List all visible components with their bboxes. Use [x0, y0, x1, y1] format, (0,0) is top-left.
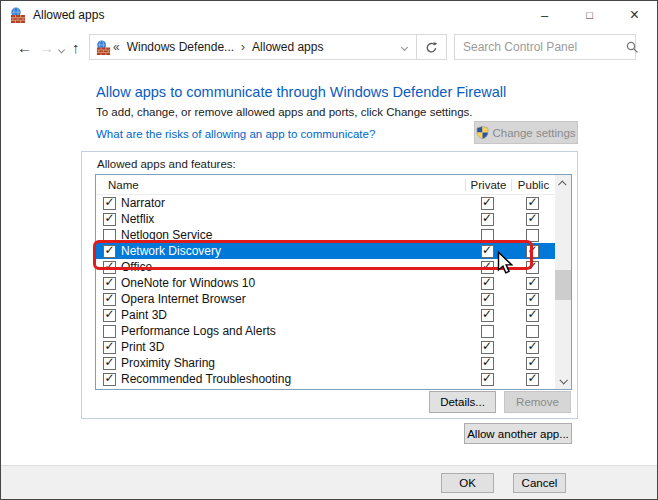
app-enabled-checkbox[interactable] — [103, 309, 116, 322]
app-row[interactable]: Narrator — [96, 195, 571, 211]
private-checkbox[interactable] — [481, 261, 494, 274]
private-checkbox[interactable] — [481, 245, 494, 258]
remove-button[interactable]: Remove — [504, 391, 571, 413]
risks-link[interactable]: What are the risks of allowing an app to… — [96, 128, 375, 140]
public-checkbox[interactable] — [526, 373, 539, 386]
search-box — [454, 34, 636, 60]
public-checkbox[interactable] — [526, 277, 539, 290]
app-enabled-checkbox[interactable] — [103, 357, 116, 370]
breadcrumb-item-allowed-apps[interactable]: Allowed apps — [247, 40, 328, 54]
app-row[interactable]: Performance Logs and Alerts — [96, 323, 571, 339]
recent-pages-chevron-icon[interactable] — [59, 40, 64, 55]
breadcrumb-item-windows-defender[interactable]: Windows Defende... — [122, 40, 239, 54]
app-row[interactable]: Print 3D — [96, 339, 571, 355]
app-name: Netlogon Service — [121, 228, 212, 242]
app-name: Netflix — [121, 212, 154, 226]
public-checkbox[interactable] — [526, 261, 539, 274]
app-list: Name Private Public Narrator Netflix Net… — [95, 174, 572, 390]
minimize-button[interactable]: – — [522, 1, 567, 29]
app-name: Narrator — [121, 196, 165, 210]
app-name: Recommended Troubleshooting — [121, 372, 291, 386]
app-list-rows: Narrator Netflix Netlogon Service Networ… — [96, 195, 571, 387]
private-checkbox[interactable] — [481, 197, 494, 210]
window-title: Allowed apps — [33, 8, 104, 22]
address-bar[interactable]: « Windows Defende... › Allowed apps — [89, 34, 447, 60]
details-button[interactable]: Details... — [429, 391, 496, 413]
public-checkbox[interactable] — [526, 325, 539, 338]
app-enabled-checkbox[interactable] — [103, 245, 116, 258]
app-row[interactable]: Proximity Sharing — [96, 355, 571, 371]
cancel-button[interactable]: Cancel — [513, 473, 566, 493]
forward-icon: → — [39, 40, 54, 55]
app-row[interactable]: Network Discovery — [96, 243, 571, 259]
app-name: Proximity Sharing — [121, 356, 215, 370]
change-settings-button[interactable]: Change settings — [474, 121, 578, 144]
public-checkbox[interactable] — [526, 309, 539, 322]
app-enabled-checkbox[interactable] — [103, 325, 116, 338]
app-enabled-checkbox[interactable] — [103, 229, 116, 242]
private-checkbox[interactable] — [481, 341, 494, 354]
app-row[interactable]: Netflix — [96, 211, 571, 227]
close-button[interactable]: × — [612, 1, 657, 29]
app-enabled-checkbox[interactable] — [103, 197, 116, 210]
titlebar: Allowed apps – □ × — [1, 1, 657, 29]
public-checkbox[interactable] — [526, 213, 539, 226]
public-checkbox[interactable] — [526, 245, 539, 258]
private-checkbox[interactable] — [481, 213, 494, 226]
app-enabled-checkbox[interactable] — [103, 373, 116, 386]
allow-another-app-button[interactable]: Allow another app... — [464, 423, 572, 444]
scroll-down-icon[interactable] — [555, 372, 571, 389]
column-header-private[interactable]: Private — [465, 179, 511, 191]
search-icon[interactable] — [626, 41, 639, 54]
app-row[interactable]: Recommended Troubleshooting — [96, 371, 571, 387]
private-checkbox[interactable] — [481, 293, 494, 306]
up-icon[interactable]: ↑ — [72, 40, 80, 55]
page-subtitle: To add, change, or remove allowed apps a… — [96, 106, 473, 118]
app-row[interactable]: Paint 3D — [96, 307, 571, 323]
private-checkbox[interactable] — [481, 325, 494, 338]
column-header-public[interactable]: Public — [511, 179, 556, 191]
public-checkbox[interactable] — [526, 341, 539, 354]
app-row[interactable]: Netlogon Service — [96, 227, 571, 243]
app-enabled-checkbox[interactable] — [103, 341, 116, 354]
public-checkbox[interactable] — [526, 357, 539, 370]
app-enabled-checkbox[interactable] — [103, 213, 116, 226]
ok-button[interactable]: OK — [441, 473, 494, 493]
private-checkbox[interactable] — [481, 277, 494, 290]
search-input[interactable] — [455, 40, 626, 54]
breadcrumb-overflow-chevron[interactable]: « — [111, 40, 122, 54]
allowed-apps-groupbox: Allowed apps and features: Name Private … — [81, 151, 578, 419]
change-settings-label: Change settings — [492, 127, 575, 139]
private-checkbox[interactable] — [481, 309, 494, 322]
page-title: Allow apps to communicate through Window… — [96, 84, 506, 100]
allowed-apps-window: Allowed apps – □ × ← → ↑ « Windows Defen… — [0, 0, 658, 500]
app-enabled-checkbox[interactable] — [103, 261, 116, 274]
breadcrumb-firewall-icon — [96, 40, 111, 55]
refresh-icon[interactable] — [416, 35, 446, 59]
scrollbar-thumb[interactable] — [555, 270, 571, 300]
back-icon[interactable]: ← — [17, 40, 32, 55]
public-checkbox[interactable] — [526, 197, 539, 210]
maximize-button[interactable]: □ — [567, 1, 612, 29]
private-checkbox[interactable] — [481, 229, 494, 242]
group-label: Allowed apps and features: — [97, 158, 236, 170]
column-header-name[interactable]: Name — [96, 179, 465, 191]
private-checkbox[interactable] — [481, 357, 494, 370]
app-name: Print 3D — [121, 340, 164, 354]
vertical-scrollbar[interactable] — [555, 175, 571, 389]
uac-shield-icon — [476, 126, 489, 139]
address-dropdown-chevron-icon[interactable] — [392, 35, 416, 59]
app-name: Paint 3D — [121, 308, 167, 322]
scroll-up-icon[interactable] — [555, 175, 571, 192]
private-checkbox[interactable] — [481, 373, 494, 386]
app-enabled-checkbox[interactable] — [103, 277, 116, 290]
app-name: Opera Internet Browser — [121, 292, 246, 306]
app-row[interactable]: OneNote for Windows 10 — [96, 275, 571, 291]
public-checkbox[interactable] — [526, 229, 539, 242]
app-row[interactable]: Opera Internet Browser — [96, 291, 571, 307]
breadcrumb-separator-icon: › — [239, 40, 247, 54]
public-checkbox[interactable] — [526, 293, 539, 306]
app-enabled-checkbox[interactable] — [103, 293, 116, 306]
app-name: Performance Logs and Alerts — [121, 324, 276, 338]
app-row[interactable]: Office — [96, 259, 571, 275]
